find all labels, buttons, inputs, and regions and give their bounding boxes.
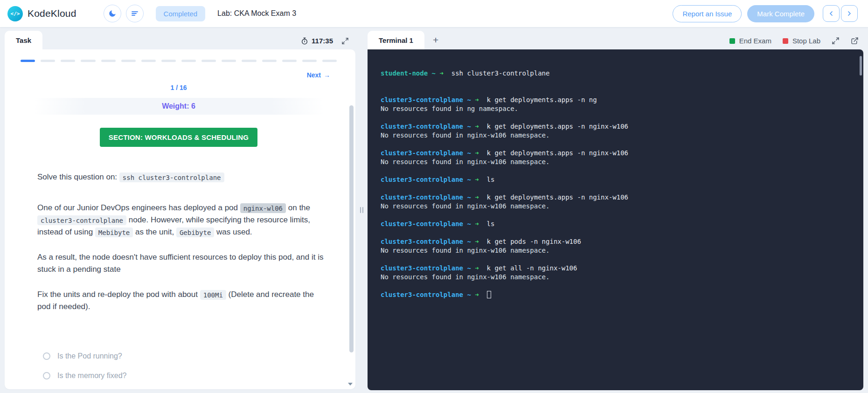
- brand-name: KodeKloud: [28, 8, 76, 19]
- prev-question-button[interactable]: [823, 5, 840, 22]
- task-paragraphs: Solve this question on: ssh cluster3-con…: [21, 171, 337, 313]
- progress-segment-2[interactable]: [41, 60, 55, 62]
- prompt-host: cluster3-controlplane ~: [381, 123, 471, 130]
- stop-lab-button[interactable]: Stop Lab: [783, 37, 820, 45]
- terminal-line: cluster3-controlplane ~ ➜ k get deployme…: [381, 193, 850, 202]
- terminal-line: No resources found in nginx-w106 namespa…: [381, 273, 850, 282]
- task-paragraph: As a result, the node doesn't have suffi…: [37, 251, 325, 276]
- dark-mode-button[interactable]: [104, 5, 121, 22]
- inline-code: ssh cluster3-controlplane: [119, 172, 224, 182]
- terminal-line: No resources found in nginx-w106 namespa…: [381, 131, 850, 140]
- report-issue-button[interactable]: Report an Issue: [673, 5, 742, 22]
- prompt-arrow-icon: ➜: [471, 149, 487, 157]
- terminal-line: [381, 140, 850, 149]
- brand-logo-icon: </>: [7, 6, 23, 21]
- terminal-line: cluster3-controlplane ~ ➜ k get deployme…: [381, 122, 850, 131]
- terminal-command: k get deployments.apps -n ng: [487, 96, 597, 103]
- mark-complete-button[interactable]: Mark Complete: [747, 5, 814, 22]
- terminal-line: [381, 255, 850, 264]
- prompt-arrow-icon: ➜: [471, 193, 487, 201]
- next-arrow-icon: →: [324, 71, 330, 79]
- next-question-link[interactable]: Next →: [307, 71, 330, 79]
- question-nav: [823, 5, 858, 22]
- progress-segment-8[interactable]: [161, 60, 176, 62]
- question-label: Is the memory fixed?: [57, 372, 127, 380]
- task-text: As a result, the node doesn't have suffi…: [37, 253, 323, 274]
- question-radio[interactable]: [43, 372, 50, 379]
- task-text: on the: [286, 203, 310, 212]
- terminal-command: k get deployments.apps -n nginx-w106: [487, 149, 628, 157]
- progress-segment-1[interactable]: [21, 60, 35, 62]
- terminal-line: No resources found in nginx-w106 namespa…: [381, 202, 850, 211]
- terminal-pane: Terminal 1 + End Exam Stop Lab: [368, 27, 863, 393]
- terminal-line: student-node ~ ➜ ssh cluster3-controlpla…: [381, 69, 850, 78]
- prompt-arrow-icon: ➜: [471, 123, 487, 130]
- progress-segment-12[interactable]: [242, 60, 256, 62]
- prompt-host: cluster3-controlplane ~: [381, 238, 471, 245]
- terminal-line: No resources found in nginx-w106 namespa…: [381, 158, 850, 166]
- progress-segment-16[interactable]: [322, 60, 337, 62]
- lab-title: Lab: CKA Mock Exam 3: [217, 9, 296, 18]
- pane-resizer[interactable]: [355, 27, 368, 393]
- task-text: was used.: [214, 228, 252, 236]
- progress-segment-6[interactable]: [121, 60, 136, 62]
- prompt-host: cluster3-controlplane ~: [381, 176, 471, 183]
- stop-lab-icon: [783, 38, 788, 44]
- question-label: Is the Pod running?: [57, 352, 122, 360]
- terminal-cursor: [487, 291, 491, 298]
- progress-segment-13[interactable]: [262, 60, 277, 62]
- timer-value: 117:35: [312, 37, 333, 45]
- chevron-left-icon: [827, 10, 835, 17]
- end-exam-icon: [729, 38, 735, 44]
- section-badge: SECTION: WORKLOADS & SCHEDULING: [100, 128, 257, 147]
- expand-terminal-button[interactable]: [832, 37, 840, 45]
- task-paragraph: Fix the units and re-deploy the pod with…: [37, 289, 325, 313]
- prompt-arrow-icon: ➜: [471, 96, 487, 103]
- task-scrollbar-thumb[interactable]: [349, 105, 354, 352]
- inline-code: cluster3-controlplane: [37, 215, 126, 225]
- terminal-line: [381, 228, 850, 237]
- tab-task[interactable]: Task: [5, 31, 42, 49]
- expand-task-button[interactable]: [341, 37, 349, 45]
- progress-segment-3[interactable]: [61, 60, 75, 62]
- terminal-command: k get all -n nginx-w106: [487, 264, 577, 272]
- terminal-controls: End Exam Stop Lab: [729, 37, 863, 49]
- open-new-window-button[interactable]: [851, 37, 859, 45]
- terminal-line: cluster3-controlplane ~ ➜ k get all -n n…: [381, 264, 850, 273]
- add-terminal-button[interactable]: +: [433, 31, 438, 46]
- logo-glyph: </>: [11, 11, 20, 17]
- end-exam-label: End Exam: [739, 37, 771, 45]
- prompt-host: student-node ~: [381, 69, 436, 77]
- progress-segment-15[interactable]: [302, 60, 317, 62]
- terminal-line: cluster3-controlplane ~ ➜ ls: [381, 220, 850, 228]
- terminal[interactable]: student-node ~ ➜ ssh cluster3-controlpla…: [368, 49, 863, 390]
- progress-segment-7[interactable]: [141, 60, 156, 62]
- terminal-scrollbar-thumb[interactable]: [860, 56, 862, 76]
- prompt-host: cluster3-controlplane ~: [381, 149, 471, 157]
- chevron-right-icon: [846, 10, 853, 17]
- progress-bar: [21, 60, 337, 62]
- terminal-line: [381, 87, 850, 96]
- progress-segment-4[interactable]: [81, 60, 95, 62]
- weight-label: Weight: 6: [162, 102, 195, 110]
- exam-timer: 117:35: [301, 37, 333, 45]
- inline-code: Gebibyte: [176, 228, 214, 237]
- status-badge: Completed: [156, 6, 206, 21]
- question-row: Is the memory fixed?: [43, 372, 337, 380]
- task-text: One of our Junior DevOps engineers has d…: [37, 203, 240, 212]
- prompt-arrow-icon: ➜: [471, 238, 487, 245]
- progress-segment-5[interactable]: [101, 60, 116, 62]
- layout-menu-button[interactable]: [126, 5, 144, 22]
- task-text: Solve this question on:: [37, 172, 119, 181]
- progress-segment-9[interactable]: [181, 60, 196, 62]
- terminal-output: student-node ~ ➜ ssh cluster3-controlpla…: [381, 69, 850, 299]
- progress-segment-10[interactable]: [201, 60, 216, 62]
- scroll-down-icon[interactable]: [348, 383, 353, 386]
- tab-terminal-1[interactable]: Terminal 1: [368, 31, 424, 49]
- progress-segment-11[interactable]: [222, 60, 236, 62]
- prompt-arrow-icon: ➜: [436, 69, 451, 77]
- progress-segment-14[interactable]: [282, 60, 297, 62]
- question-radio[interactable]: [43, 352, 50, 360]
- next-question-button[interactable]: [841, 5, 858, 22]
- end-exam-button[interactable]: End Exam: [729, 37, 771, 45]
